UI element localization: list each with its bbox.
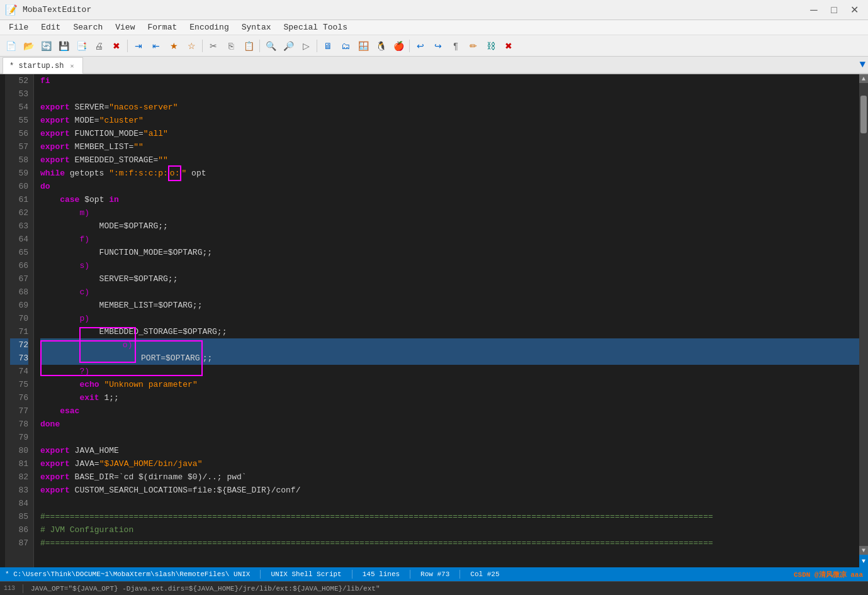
menu-syntax[interactable]: Syntax [235, 21, 278, 33]
close-button[interactable]: ✕ [845, 1, 863, 19]
scroll-track[interactable] [859, 83, 868, 546]
text-55: MODE= [70, 114, 99, 127]
code-line-65: FUNCTION_MODE=$OPTARG;; [40, 246, 859, 259]
indent-button[interactable]: ⇥ [130, 38, 147, 54]
line-num-70: 70 [10, 312, 28, 325]
bottom-content: JAVA_OPT="${JAVA_OPT} -Djava.ext.dirs=${… [31, 585, 380, 592]
text-58: EMBEDDED_STORAGE= [70, 153, 158, 167]
code-line-82: export BASE_DIR=`cd $(dirname $0)/..; pw… [40, 470, 859, 484]
scroll-down-button[interactable]: ▼ [859, 546, 868, 555]
line-num-62: 62 [10, 206, 28, 220]
paste-button[interactable]: 📋 [240, 38, 257, 54]
pencil-button[interactable]: ✏ [465, 38, 482, 54]
text-80: JAVA_HOME [70, 444, 119, 457]
kw-export-80: export [40, 444, 70, 457]
text-indent-74 [40, 365, 79, 378]
tab-startup-sh[interactable]: * startup.sh ✕ [3, 57, 83, 74]
linux-button[interactable]: 🐧 [373, 38, 389, 54]
line-num-84: 84 [10, 497, 28, 510]
menu-format[interactable]: Format [141, 21, 183, 33]
line-num-64: 64 [10, 233, 28, 246]
margin-63 [0, 220, 5, 233]
text-indent-61 [40, 193, 60, 206]
find-replace-button[interactable]: 🔎 [280, 38, 296, 54]
margin-56 [0, 127, 5, 140]
status-sep-2 [352, 570, 352, 579]
menu-bar: File Edit Search View Format Encoding Sy… [0, 20, 868, 35]
line-num-57: 57 [10, 140, 28, 153]
menu-edit[interactable]: Edit [35, 21, 67, 33]
menu-file[interactable]: File [3, 21, 35, 33]
line-num-58: 58 [10, 153, 28, 167]
menu-special-tools[interactable]: Special Tools [278, 21, 354, 33]
code-area[interactable]: fi export SERVER="nacos-server" export M… [34, 74, 859, 567]
files-button[interactable]: 🗂 [337, 38, 354, 54]
bookmark2-button[interactable]: ☆ [183, 38, 200, 54]
copy-button[interactable]: ⎘ [223, 38, 239, 54]
comment-86: # JVM Configuration [40, 523, 133, 537]
link-button[interactable]: ⛓ [483, 38, 499, 54]
cut-button[interactable]: ✂ [205, 38, 222, 54]
undo-button[interactable]: ↩ [412, 38, 429, 54]
vertical-scrollbar[interactable]: ▲ ▼ ▼ [859, 74, 868, 567]
tab-scroll-right[interactable]: ▼ [859, 57, 868, 73]
csdn-badge: CSDN @清风微凉 aaa [794, 570, 863, 579]
text-57: MEMBER_LIST= [70, 140, 133, 153]
line-num-65: 65 [10, 246, 28, 259]
kw-do: do [40, 180, 50, 193]
clear-button[interactable]: ✖ [500, 38, 517, 54]
str-54: "nacos-server" [109, 101, 178, 114]
semicolons-73: ;; [203, 352, 213, 365]
code-line-87: #=======================================… [40, 537, 859, 550]
line-num-85: 85 [10, 510, 28, 523]
scroll-up-button[interactable]: ▲ [859, 74, 868, 83]
minimize-button[interactable]: ─ [805, 1, 823, 19]
kw-export-55: export [40, 114, 70, 127]
status-lines: 145 lines [363, 570, 400, 578]
open-button[interactable]: 📂 [20, 38, 37, 54]
maximize-button[interactable]: □ [825, 1, 843, 19]
code-line-61: case $opt in [40, 193, 859, 206]
scroll-thumb[interactable] [860, 96, 867, 133]
text-54: SERVER= [70, 101, 109, 114]
menu-search[interactable]: Search [67, 21, 109, 33]
mac-button[interactable]: 🍎 [390, 38, 407, 54]
close-doc-button[interactable]: ✖ [108, 38, 125, 54]
save-all-button[interactable]: 📑 [73, 38, 89, 54]
margin-54 [0, 101, 5, 114]
code-line-66: s) [40, 259, 859, 272]
print-button[interactable]: 🖨 [91, 38, 107, 54]
margin-61 [0, 193, 5, 206]
reload-button[interactable]: 🔄 [38, 38, 54, 54]
str-58: "" [158, 153, 168, 167]
str-55: "cluster" [99, 114, 144, 127]
line-num-86: 86 [10, 523, 28, 537]
menu-encoding[interactable]: Encoding [183, 21, 235, 33]
indent-76 [40, 391, 79, 404]
status-path: * C:\Users\Think\DOCUME~1\MobaXterm\slas… [5, 570, 250, 578]
save-button[interactable]: 💾 [55, 38, 72, 54]
scroll-right-icon[interactable]: ▼ [859, 59, 865, 70]
menu-view[interactable]: View [109, 21, 141, 33]
terminal-button[interactable]: 🖥 [320, 38, 336, 54]
code-line-63: MODE=$OPTARG;; [40, 220, 859, 233]
app-title: MobaTextEditor [23, 5, 91, 14]
code-line-59: while getopts ":m:f:s:c:p:o:" opt [40, 167, 859, 180]
keyword-fi: fi [40, 74, 50, 87]
pilcrow-button[interactable]: ¶ [448, 38, 464, 54]
redo-button[interactable]: ↪ [430, 38, 446, 54]
bookmark-button[interactable]: ★ [166, 38, 182, 54]
windows-button[interactable]: 🪟 [355, 38, 371, 54]
code-line-62: m) [40, 206, 859, 220]
kw-export-81: export [40, 457, 70, 470]
unindent-button[interactable]: ⇤ [148, 38, 164, 54]
status-type: UNIX Shell Script [271, 570, 341, 578]
goto-button[interactable]: ▷ [298, 38, 314, 54]
code-line-86: # JVM Configuration [40, 523, 859, 537]
tab-close-button[interactable]: ✕ [67, 62, 76, 70]
str-56: "all" [144, 127, 168, 140]
code-line-70: p) [40, 312, 859, 325]
new-file-button[interactable]: 📄 [3, 38, 19, 54]
text-56: FUNCTION_MODE= [70, 127, 144, 140]
find-button[interactable]: 🔍 [262, 38, 279, 54]
